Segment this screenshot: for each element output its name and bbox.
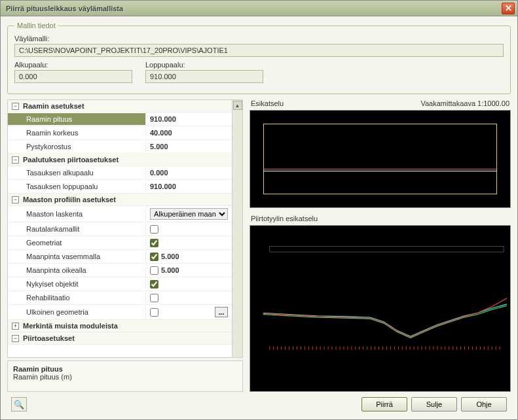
maaston-laskenta-select[interactable]: Alkuperäinen maanpinta: [150, 208, 228, 220]
ohje-button[interactable]: Ohje: [461, 397, 507, 411]
model-info-fieldset: Mallin tiedot Väylämalli: Alkupaalu: Lop…: [7, 22, 511, 94]
close-icon: ✕: [505, 4, 512, 12]
profile-line: [263, 169, 497, 169]
row-label: Rehabilitaatio: [8, 292, 145, 304]
alkupaalu-input[interactable]: [14, 70, 132, 83]
ground-line: [263, 171, 497, 171]
maanpinta-vasemmalla-checkbox[interactable]: [150, 253, 158, 261]
row-value[interactable]: [145, 223, 232, 236]
preview-header: Esikatselu Vaakamittakaava 1:1000.00: [250, 99, 511, 110]
style-chart: [250, 226, 510, 391]
settings-tree: ▲ − Raamin asetukset Raamin pituus 910.0…: [7, 99, 243, 358]
group-label: Raamin asetukset: [23, 102, 84, 110]
row-label: Geometriat: [8, 237, 145, 249]
row-value[interactable]: [145, 292, 232, 304]
group-label: Paalutuksen piirtoasetukset: [23, 156, 119, 164]
description-title: Raamin pituus: [13, 365, 237, 373]
row-value[interactable]: [145, 278, 232, 290]
titlebar-text: Piirrä pituusleikkaus väylämallista: [6, 5, 123, 12]
row-value[interactable]: 910.000: [145, 113, 232, 125]
loppupaalu-input[interactable]: [145, 70, 263, 83]
group-piirtoasetukset[interactable]: − Piirtoasetukset: [8, 332, 232, 345]
zoom-button[interactable]: 🔍: [11, 397, 27, 411]
row-rehabilitaatio[interactable]: Rehabilitaatio: [8, 291, 232, 305]
row-value[interactable]: 5.000: [145, 251, 232, 263]
description-text: Raamin pituus (m): [13, 373, 237, 381]
row-tasauksen-loppupaalu[interactable]: Tasauksen loppupaalu 910.000: [8, 180, 232, 194]
group-merkinta-moduleista[interactable]: + Merkintä muista moduleista: [8, 320, 232, 332]
row-value[interactable]: [145, 237, 232, 249]
row-label: Tasauksen loppupaalu: [8, 181, 145, 192]
collapse-icon[interactable]: −: [12, 156, 19, 164]
row-label: Maanpinta vasemmalla: [8, 251, 145, 262]
row-label: Maaston laskenta: [8, 208, 145, 220]
collapse-icon[interactable]: −: [12, 335, 19, 342]
ulkoinen-geometria-checkbox[interactable]: [150, 308, 158, 317]
group-maaston-profiilin-asetukset[interactable]: − Maaston profiilin asetukset: [8, 194, 232, 206]
row-value[interactable]: 40.000: [145, 127, 232, 139]
row-pystykorostus[interactable]: Pystykorostus 5.000: [8, 140, 232, 154]
geometriat-checkbox[interactable]: [150, 239, 158, 247]
frame-rect: [263, 124, 497, 194]
rautalankamallit-checkbox[interactable]: [150, 225, 158, 234]
row-maanpinta-oikealla[interactable]: Maanpinta oikealla 5.000: [8, 264, 232, 277]
button-bar: 🔍 Piirrä Sulje Ohje: [7, 392, 511, 414]
collapse-icon[interactable]: −: [12, 103, 19, 110]
ulkoinen-geometria-browse-button[interactable]: ...: [215, 307, 228, 317]
row-geometriat[interactable]: Geometriat: [8, 236, 232, 250]
nykyiset-objektit-checkbox[interactable]: [150, 280, 158, 289]
row-value[interactable]: 0.000: [145, 167, 232, 179]
row-value[interactable]: 910.000: [145, 181, 232, 192]
content-area: Mallin tiedot Väylämalli: Alkupaalu: Lop…: [1, 16, 517, 419]
group-label: Maaston profiilin asetukset: [23, 196, 116, 203]
row-maanpinta-vasemmalla[interactable]: Maanpinta vasemmalla 5.000: [8, 250, 232, 264]
group-paalutuksen-piirtoasetukset[interactable]: − Paalutuksen piirtoasetukset: [8, 154, 232, 166]
row-label: Maanpinta oikealla: [8, 264, 145, 276]
piirra-button[interactable]: Piirrä: [361, 397, 407, 411]
row-label: Raamin pituus: [8, 113, 145, 125]
vaylamalli-input[interactable]: [14, 44, 504, 57]
scale-label: Vaakamittakaava 1:1000.00: [420, 99, 509, 107]
svg-rect-0: [270, 247, 504, 252]
row-value[interactable]: 5.000: [145, 141, 232, 152]
row-maaston-laskenta[interactable]: Maaston laskenta Alkuperäinen maanpinta: [8, 206, 232, 222]
sulje-button[interactable]: Sulje: [411, 397, 457, 411]
group-label: Piirtoasetukset: [23, 334, 75, 342]
row-raamin-pituus[interactable]: Raamin pituus 910.000: [8, 113, 232, 126]
collapse-icon[interactable]: −: [12, 196, 19, 203]
row-value[interactable]: 5.000: [145, 264, 232, 277]
left-panel: ▲ − Raamin asetukset Raamin pituus 910.0…: [7, 99, 243, 392]
maanpinta-oikealla-checkbox[interactable]: [150, 266, 158, 275]
loppupaalu-label: Loppupaalu:: [145, 61, 263, 69]
fieldset-legend: Mallin tiedot: [14, 22, 58, 29]
row-raamin-korkeus[interactable]: Raamin korkeus 40.000: [8, 126, 232, 140]
scroll-up-icon[interactable]: ▲: [233, 101, 242, 110]
description-box: Raamin pituus Raamin pituus (m): [7, 360, 243, 392]
row-rautalankamallit[interactable]: Rautalankamallit: [8, 222, 232, 236]
style-header: Piirtotyylin esikatselu: [250, 215, 511, 225]
scrollbar[interactable]: ▲: [232, 100, 242, 357]
esikatselu-label: Esikatselu: [251, 99, 284, 107]
row-label: Rautalankamallit: [8, 223, 145, 235]
dialog-window: Piirrä pituusleikkaus väylämallista ✕ Ma…: [0, 0, 518, 420]
vaylamalli-label: Väylämalli:: [14, 35, 504, 43]
row-ulkoinen-geometria[interactable]: Ulkoinen geometria ...: [8, 305, 232, 320]
preview-esikatselu[interactable]: [250, 110, 511, 208]
row-label: Ulkoinen geometria: [8, 306, 145, 318]
row-value[interactable]: Alkuperäinen maanpinta: [145, 206, 232, 222]
alkupaalu-label: Alkupaalu:: [14, 61, 132, 69]
row-value[interactable]: ...: [145, 305, 232, 319]
row-label: Tasauksen alkupaalu: [8, 167, 145, 179]
row-label: Nykyiset objektit: [8, 278, 145, 290]
group-raamin-asetukset[interactable]: − Raamin asetukset: [8, 100, 232, 113]
group-label: Merkintä muista moduleista: [23, 322, 118, 330]
main-area: ▲ − Raamin asetukset Raamin pituus 910.0…: [7, 99, 511, 392]
magnifier-icon: 🔍: [14, 400, 24, 410]
row-tasauksen-alkupaalu[interactable]: Tasauksen alkupaalu 0.000: [8, 166, 232, 180]
preview-piirtotyyli[interactable]: [250, 225, 511, 392]
expand-icon[interactable]: +: [12, 323, 19, 330]
titlebar: Piirrä pituusleikkaus väylämallista ✕: [1, 1, 517, 16]
close-button[interactable]: ✕: [502, 3, 515, 14]
row-nykyiset-objektit[interactable]: Nykyiset objektit: [8, 277, 232, 291]
rehabilitaatio-checkbox[interactable]: [150, 294, 158, 302]
